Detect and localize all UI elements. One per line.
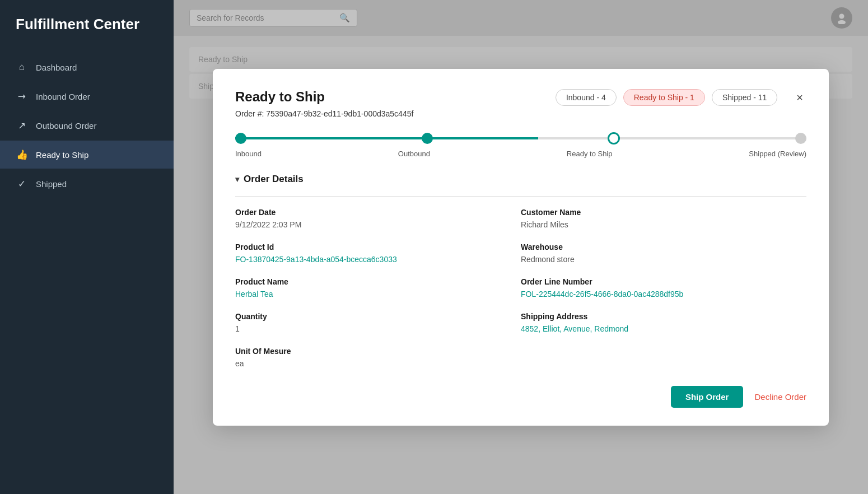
sidebar-nav: ⌂ Dashboard ↗ Inbound Order ↗ Outbound O… [0, 53, 174, 198]
home-icon: ⌂ [16, 61, 28, 73]
sidebar-item-label-inbound: Inbound Order [36, 92, 90, 101]
label-unit-of-measure: Unit Of Mesure [235, 347, 521, 356]
value-quantity: 1 [235, 324, 521, 333]
value-product-id[interactable]: FO-13870425-9a13-4bda-a054-bcecca6c3033 [235, 255, 521, 264]
value-warehouse: Redmond store [521, 255, 806, 264]
badge-ready-to-ship[interactable]: Ready to Ship - 1 [623, 89, 705, 106]
main-area: 🔍 Ready to Ship Shipped Ready to Ship In… [174, 0, 868, 494]
section-divider [235, 196, 806, 197]
order-number: Order #: 75390a47-9b32-ed11-9db1-000d3a5… [235, 109, 806, 118]
ship-order-button[interactable]: Ship Order [671, 386, 744, 408]
details-grid: Order Date 9/12/2022 2:03 PM Product Id … [235, 208, 806, 381]
sidebar-item-label-ready: Ready to Ship [36, 150, 88, 160]
section-label: Order Details [244, 174, 304, 185]
close-button[interactable]: × [793, 91, 806, 104]
value-shipping-address[interactable]: 4852, Elliot, Avenue, Redmond [521, 324, 806, 333]
label-order-line-number: Order Line Number [521, 277, 806, 286]
inbound-icon: ↗ [13, 88, 30, 105]
value-unit-of-measure: ea [235, 359, 521, 368]
value-customer-name: Richard Miles [521, 220, 806, 229]
detail-col-right: Customer Name Richard Miles Warehouse Re… [521, 208, 806, 381]
label-order-date: Order Date [235, 208, 521, 217]
field-customer-name: Customer Name Richard Miles [521, 208, 806, 229]
order-details-toggle[interactable]: ▾ Order Details [235, 174, 806, 185]
label-shipping-address: Shipping Address [521, 312, 806, 321]
field-warehouse: Warehouse Redmond store [521, 243, 806, 264]
progress-track [235, 132, 806, 145]
progress-dot-outbound [422, 133, 433, 144]
progress-dot-shipped [795, 133, 806, 144]
field-product-id: Product Id FO-13870425-9a13-4bda-a054-bc… [235, 243, 521, 264]
value-order-date: 9/12/2022 2:03 PM [235, 220, 521, 229]
field-product-name: Product Name Herbal Tea [235, 277, 521, 299]
modal-overlay: Ready to Ship Inbound - 4 Ready to Ship … [174, 0, 868, 494]
modal-title: Ready to Ship [235, 89, 325, 105]
sidebar-item-shipped[interactable]: ✓ Shipped [0, 170, 174, 198]
sidebar-item-inbound-order[interactable]: ↗ Inbound Order [0, 82, 174, 110]
modal-badges: Inbound - 4 Ready to Ship - 1 Shipped - … [556, 89, 777, 106]
sidebar: Fulfillment Center ⌂ Dashboard ↗ Inbound… [0, 0, 174, 494]
modal-footer: Ship Order Decline Order [235, 386, 806, 408]
progress-labels: Inbound Outbound Ready to Ship Shipped (… [235, 150, 806, 158]
progress-section: Inbound Outbound Ready to Ship Shipped (… [235, 132, 806, 158]
sidebar-title: Fulfillment Center [0, 0, 174, 53]
progress-label-ready: Ready to Ship [567, 150, 613, 158]
sidebar-item-label-shipped: Shipped [36, 179, 67, 189]
badge-shipped[interactable]: Shipped - 11 [712, 89, 777, 106]
progress-dots [235, 132, 806, 145]
field-order-date: Order Date 9/12/2022 2:03 PM [235, 208, 521, 229]
progress-dot-inbound [235, 133, 246, 144]
label-product-id: Product Id [235, 243, 521, 251]
sidebar-item-ready-to-ship[interactable]: 👍 Ready to Ship [0, 141, 174, 169]
value-product-name[interactable]: Herbal Tea [235, 290, 521, 299]
label-customer-name: Customer Name [521, 208, 806, 217]
sidebar-item-outbound-order[interactable]: ↗ Outbound Order [0, 111, 174, 139]
chevron-down-icon: ▾ [235, 175, 239, 184]
field-order-line-number: Order Line Number FOL-225444dc-26f5-4666… [521, 277, 806, 299]
shipped-icon: ✓ [16, 178, 28, 190]
progress-label-inbound: Inbound [235, 150, 262, 158]
modal-header-right: Inbound - 4 Ready to Ship - 1 Shipped - … [556, 89, 806, 106]
modal-header: Ready to Ship Inbound - 4 Ready to Ship … [235, 89, 806, 106]
label-warehouse: Warehouse [521, 243, 806, 251]
sidebar-item-dashboard[interactable]: ⌂ Dashboard [0, 53, 174, 81]
detail-col-left: Order Date 9/12/2022 2:03 PM Product Id … [235, 208, 521, 381]
value-order-line-number[interactable]: FOL-225444dc-26f5-4666-8da0-0ac4288df95b [521, 290, 806, 299]
sidebar-item-label-outbound: Outbound Order [36, 121, 96, 131]
field-shipping-address: Shipping Address 4852, Elliot, Avenue, R… [521, 312, 806, 333]
field-unit-of-measure: Unit Of Mesure ea [235, 347, 521, 368]
outbound-icon: ↗ [16, 119, 28, 132]
modal: Ready to Ship Inbound - 4 Ready to Ship … [213, 69, 829, 426]
label-product-name: Product Name [235, 277, 521, 286]
field-quantity: Quantity 1 [235, 312, 521, 333]
progress-dot-ready [608, 132, 620, 145]
sidebar-item-label-dashboard: Dashboard [36, 63, 77, 72]
label-quantity: Quantity [235, 312, 521, 321]
progress-label-outbound: Outbound [398, 150, 430, 158]
badge-inbound[interactable]: Inbound - 4 [556, 89, 617, 106]
decline-order-button[interactable]: Decline Order [754, 392, 806, 402]
progress-label-shipped-review: Shipped (Review) [749, 150, 806, 158]
ready-to-ship-icon: 👍 [16, 148, 28, 161]
